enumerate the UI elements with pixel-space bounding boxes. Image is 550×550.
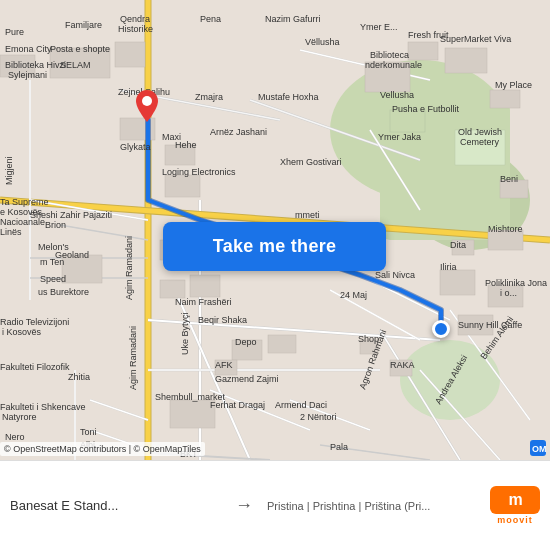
label-fak1: Fakulteti Filozofik xyxy=(0,362,70,372)
label-24maj: 24 Maj xyxy=(340,290,367,300)
label-armend: Armend Daci xyxy=(275,400,327,410)
building-supermarket xyxy=(445,48,487,73)
label-salinivca: Sali Nivca xyxy=(375,270,415,280)
label-migjeni: Migjeni xyxy=(4,156,14,185)
label-qendra: Qendra xyxy=(120,14,150,24)
label-pena: Pena xyxy=(200,14,221,24)
bottom-navigation-bar: Banesat E Stand... → Pristina | Prishtin… xyxy=(0,460,550,550)
take-me-there-button[interactable]: Take me there xyxy=(163,222,386,271)
label-bshaka: Beqir Shaka xyxy=(198,315,247,325)
label-posta: Posta e shopte xyxy=(50,44,110,54)
label-arnez: Arnëz Jashani xyxy=(210,127,267,137)
label-mustafe: Mustafe Hoxha xyxy=(258,92,319,102)
route-arrow-icon: → xyxy=(227,495,261,516)
label-cemetery: Old Jewish xyxy=(458,127,502,137)
label-nena: Nëna Terezë xyxy=(0,117,2,168)
label-speed: Speed xyxy=(40,274,66,284)
label-beni: Beni xyxy=(500,174,518,184)
label-naim: Naim Frashëri xyxy=(175,297,232,307)
label-bibliot: Biblioteka Hivzi xyxy=(5,60,66,70)
label-xhem: Xhem Gostivari xyxy=(280,157,342,167)
label-nazim: Nazim Gafurri xyxy=(265,14,321,24)
from-location: Banesat E Stand... xyxy=(10,498,221,513)
svg-point-1 xyxy=(142,96,152,106)
svg-text:OM: OM xyxy=(532,444,546,454)
label-poliklinika: Poliklinika Jona xyxy=(485,278,547,288)
building-freshfruit xyxy=(408,42,438,60)
label-2nentori: 2 Nëntori xyxy=(300,412,337,422)
building4 xyxy=(160,280,185,298)
label-fak2: Fakulteti i Shkencave xyxy=(0,402,86,412)
label-vellusha2: Vellusha xyxy=(380,90,414,100)
map-container: Pure Familjare Emona City Posta e shopte… xyxy=(0,0,550,460)
building-loging xyxy=(165,175,200,197)
label-cemetery2: Cemetery xyxy=(460,137,500,147)
origin-marker xyxy=(432,320,450,338)
label-pala: Pala xyxy=(330,442,348,452)
label-radio: Radio Televizijoni xyxy=(0,317,69,327)
label-ferhat: Ferhat Dragaj xyxy=(210,400,265,410)
label-nero: Nero xyxy=(5,432,25,442)
label-historike: Historike xyxy=(118,24,153,34)
label-linës: Linës xyxy=(0,227,22,237)
label-vellusha: Vëllusha xyxy=(305,37,340,47)
building5 xyxy=(190,275,220,297)
label-radio2: i Kosovës xyxy=(2,327,42,337)
building-iliria xyxy=(440,270,475,295)
label-depo: Depo xyxy=(235,337,257,347)
label-afk: AFK xyxy=(215,360,233,370)
label-io: i o... xyxy=(500,288,517,298)
label-biblioteca: Biblioteca xyxy=(370,50,409,60)
label-agim2: Agim Ramadani xyxy=(128,326,138,390)
label-brion: Brion xyxy=(45,220,66,230)
label-fak3: Natyrore xyxy=(2,412,37,422)
moovit-text: moovit xyxy=(497,515,533,525)
label-loging: Loging Electronics xyxy=(162,167,236,177)
label-pure: Pure xyxy=(5,27,24,37)
building-ul2 xyxy=(115,42,145,67)
map-attribution: © OpenStreetMap contributors | © OpenMap… xyxy=(0,442,205,456)
to-label: Pristina | Prishtina | Priština (Pri... xyxy=(267,500,478,512)
openmap-logo: OM xyxy=(530,440,546,456)
label-mmeti: mmeti xyxy=(295,210,320,220)
label-supermarket: SuperMarket Viva xyxy=(440,34,511,44)
label-ymerjaka: Ymer Jaka xyxy=(378,132,421,142)
label-familjare: Familjare xyxy=(65,20,102,30)
label-gazmend: Gazmend Zajmi xyxy=(215,374,279,384)
label-sunnyhill: Sunny Hill Caffe xyxy=(458,320,522,330)
label-iliria: Iliria xyxy=(440,262,457,272)
label-toni: Toni xyxy=(80,427,97,437)
destination-marker xyxy=(136,90,158,122)
label-hehe: Hehe xyxy=(175,140,197,150)
label-dita: Dita xyxy=(450,240,466,250)
moovit-logo: m moovit xyxy=(490,486,540,525)
label-agim1: Agim Ramadani xyxy=(124,236,134,300)
label-ymer: Ymer E... xyxy=(360,22,398,32)
moovit-icon: m xyxy=(490,486,540,514)
label-zhitia: Zhitia xyxy=(68,372,90,382)
to-location: Pristina | Prishtina | Priština (Pri... xyxy=(267,500,478,512)
building-shembull xyxy=(170,400,215,428)
label-glykata: Glykata xyxy=(120,142,151,152)
label-shop: Shop xyxy=(358,334,379,344)
label-burek: us Burektore xyxy=(38,287,89,297)
building-depo2 xyxy=(268,335,296,353)
label-pusha: Pusha e Futbollit xyxy=(392,104,460,114)
label-zmajra: Zmajra xyxy=(195,92,223,102)
label-emona: Emona City xyxy=(5,44,52,54)
label-mishtore: Mishtore xyxy=(488,224,523,234)
label-myplace: My Place xyxy=(495,80,532,90)
label-kosoves: e Kosovës xyxy=(0,207,43,217)
label-geoland: Geoland xyxy=(55,250,89,260)
label-sylejmani: Sylejmani xyxy=(8,70,47,80)
label-nderkomunale: nderkomunale xyxy=(365,60,422,70)
label-raka: RAKA xyxy=(390,360,415,370)
building-myplace xyxy=(490,90,520,108)
label-ta-supreme: Ta Supreme xyxy=(0,197,49,207)
label-uke: Uke Bytyçi xyxy=(180,312,190,355)
from-label: Banesat E Stand... xyxy=(10,498,221,513)
label-nac: Nacioanale xyxy=(0,217,45,227)
